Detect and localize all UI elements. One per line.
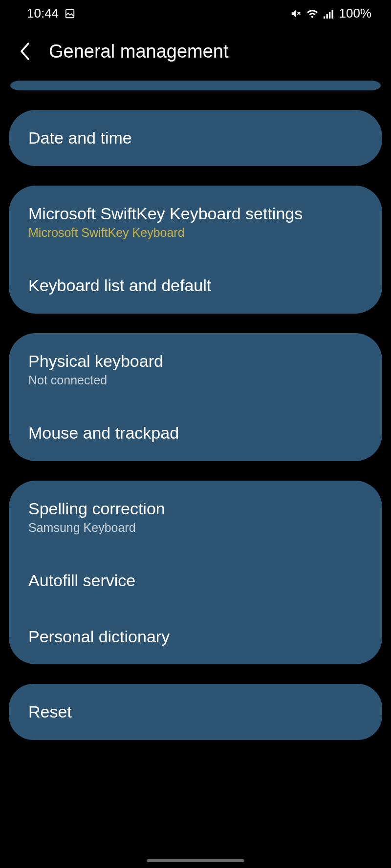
item-title: Microsoft SwiftKey Keyboard settings xyxy=(28,203,363,224)
back-button[interactable] xyxy=(14,41,35,62)
item-date-and-time[interactable]: Date and time xyxy=(9,110,382,166)
page-title: General management xyxy=(49,41,229,62)
wifi-icon xyxy=(306,8,319,19)
item-title: Date and time xyxy=(28,127,363,148)
svg-rect-5 xyxy=(329,12,330,18)
settings-group-text: Spelling correction Samsung Keyboard Aut… xyxy=(9,481,382,665)
item-title: Physical keyboard xyxy=(28,351,363,372)
mute-icon xyxy=(290,8,301,19)
status-bar: 10:44 xyxy=(0,0,391,27)
status-battery: 100% xyxy=(339,6,372,21)
item-mouse-trackpad[interactable]: Mouse and trackpad xyxy=(9,405,382,461)
item-spelling-correction[interactable]: Spelling correction Samsung Keyboard xyxy=(9,481,382,553)
item-title: Mouse and trackpad xyxy=(28,423,363,444)
item-physical-keyboard[interactable]: Physical keyboard Not connected xyxy=(9,333,382,405)
item-subtitle: Not connected xyxy=(28,373,363,387)
item-title: Personal dictionary xyxy=(28,626,363,647)
item-title: Reset xyxy=(28,701,363,722)
section-divider xyxy=(10,81,381,90)
svg-rect-3 xyxy=(324,16,325,18)
svg-rect-6 xyxy=(331,10,333,19)
settings-content: Date and time Microsoft SwiftKey Keyboar… xyxy=(0,81,391,740)
item-subtitle: Microsoft SwiftKey Keyboard xyxy=(28,226,363,240)
item-personal-dictionary[interactable]: Personal dictionary xyxy=(9,609,382,665)
gallery-icon xyxy=(65,8,75,19)
settings-group-keyboard: Microsoft SwiftKey Keyboard settings Mic… xyxy=(9,186,382,314)
header: General management xyxy=(0,27,391,81)
status-time: 10:44 xyxy=(27,6,59,21)
settings-group-datetime: Date and time xyxy=(9,110,382,166)
chevron-left-icon xyxy=(19,42,30,61)
signal-icon xyxy=(324,9,334,19)
settings-group-reset: Reset xyxy=(9,684,382,740)
navigation-handle[interactable] xyxy=(147,859,244,862)
item-subtitle: Samsung Keyboard xyxy=(28,521,363,535)
item-autofill-service[interactable]: Autofill service xyxy=(9,552,382,609)
settings-group-input-devices: Physical keyboard Not connected Mouse an… xyxy=(9,333,382,461)
svg-rect-4 xyxy=(326,14,327,19)
item-keyboard-list-default[interactable]: Keyboard list and default xyxy=(9,257,382,314)
item-title: Autofill service xyxy=(28,570,363,591)
item-swiftkey-settings[interactable]: Microsoft SwiftKey Keyboard settings Mic… xyxy=(9,186,382,258)
item-title: Keyboard list and default xyxy=(28,275,363,296)
item-title: Spelling correction xyxy=(28,498,363,519)
item-reset[interactable]: Reset xyxy=(9,684,382,740)
